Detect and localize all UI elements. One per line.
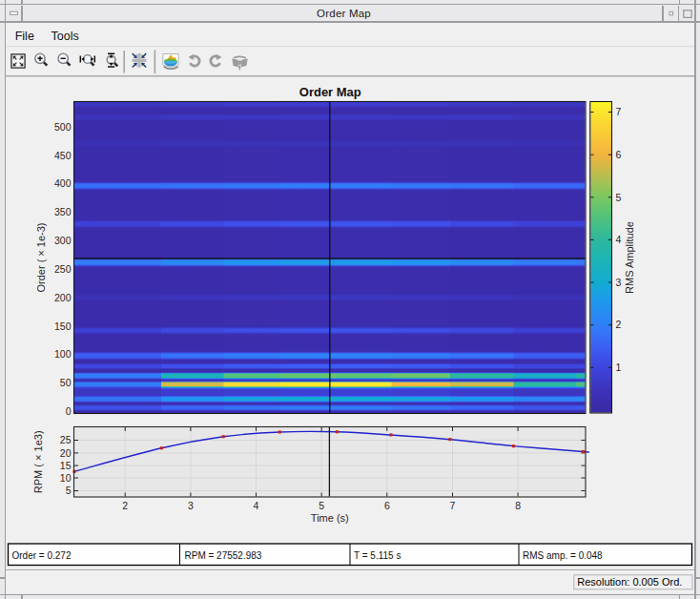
svg-text:File: File [15, 30, 34, 43]
svg-text:8: 8 [515, 500, 521, 511]
svg-text:T = 5.115 s: T = 5.115 s [354, 550, 401, 561]
svg-text:6: 6 [384, 500, 390, 511]
svg-text:Order = 0.272: Order = 0.272 [12, 550, 72, 561]
svg-text:3: 3 [188, 500, 194, 511]
svg-text:Time (s): Time (s) [311, 512, 349, 524]
svg-text:Resolution: 0.005 Ord.: Resolution: 0.005 Ord. [577, 576, 682, 588]
svg-text:5: 5 [66, 485, 72, 496]
svg-text:3: 3 [616, 277, 622, 288]
svg-text:200: 200 [54, 292, 72, 303]
svg-text:100: 100 [54, 348, 72, 360]
svg-text:0: 0 [66, 405, 72, 417]
svg-text:RMS amp. = 0.048: RMS amp. = 0.048 [523, 550, 603, 561]
svg-text:5: 5 [616, 192, 622, 203]
svg-text:4: 4 [254, 500, 259, 511]
svg-text:300: 300 [54, 235, 72, 246]
svg-text:Tools: Tools [51, 30, 79, 43]
svg-text:RMS Amplitude: RMS Amplitude [624, 221, 635, 294]
svg-text:10: 10 [60, 472, 72, 484]
svg-text:4: 4 [616, 234, 622, 245]
svg-text:2: 2 [122, 500, 128, 511]
svg-text:7: 7 [450, 500, 456, 511]
svg-text:400: 400 [54, 177, 72, 189]
svg-text:450: 450 [54, 150, 72, 161]
svg-text:RPM ( × 1e3): RPM ( × 1e3) [32, 430, 44, 493]
svg-text:15: 15 [60, 460, 72, 471]
svg-text:350: 350 [54, 206, 72, 217]
svg-text:20: 20 [60, 447, 72, 459]
svg-text:2: 2 [616, 319, 622, 330]
svg-text:7: 7 [616, 106, 622, 117]
svg-text:Order ( × 1e-3): Order ( × 1e-3) [35, 222, 47, 292]
svg-text:5: 5 [319, 500, 324, 511]
svg-text:250: 250 [54, 263, 72, 275]
svg-text:RPM = 27552.983: RPM = 27552.983 [185, 550, 262, 561]
svg-text:6: 6 [616, 149, 622, 160]
svg-text:500: 500 [54, 121, 72, 133]
svg-text:1: 1 [616, 361, 622, 373]
svg-text:50: 50 [60, 377, 72, 388]
svg-text:Order Map: Order Map [299, 85, 361, 99]
svg-text:25: 25 [60, 434, 72, 445]
svg-text:Order Map: Order Map [317, 8, 371, 19]
svg-text:150: 150 [54, 320, 72, 332]
